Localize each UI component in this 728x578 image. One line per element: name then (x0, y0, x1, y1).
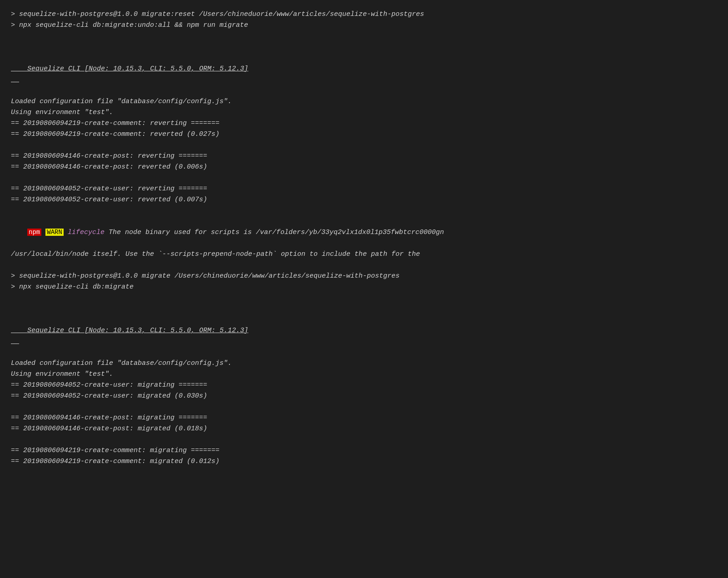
warn-text-1: The node binary used for scripts is /var… (105, 229, 444, 236)
blank-line (11, 402, 717, 413)
terminal-output: > sequelize-with-postgres@1.0.0 migrate:… (11, 9, 717, 467)
blank-line (11, 173, 717, 184)
blank-line (11, 85, 717, 96)
blank-line (11, 31, 717, 42)
migration-line-12: == 20190806094219-create-comment: migrat… (11, 456, 717, 467)
warn-badge: WARN (45, 229, 64, 236)
migration-line-2: == 20190806094219-create-comment: revert… (11, 129, 717, 140)
config-line-1: Loaded configuration file "database/conf… (11, 96, 717, 107)
migration-line-11: == 20190806094219-create-comment: migrat… (11, 445, 717, 456)
command-line-4: > npx sequelize-cli db:migrate (11, 282, 717, 293)
warn-cont-line: /usr/local/bin/node itself. Use the `--s… (11, 249, 717, 260)
config-line-2: Loaded configuration file "database/conf… (11, 358, 717, 369)
blank-line (11, 347, 717, 358)
migration-line-7: == 20190806094052-create-user: migrating… (11, 380, 717, 391)
blank-line (11, 304, 717, 314)
lifecycle-text: lifecycle (68, 229, 105, 236)
migration-line-10: == 20190806094146-create-post: migrated … (11, 424, 717, 434)
blank-line (11, 434, 717, 445)
migration-line-1: == 20190806094219-create-comment: revert… (11, 118, 717, 129)
env-line-1: Using environment "test". (11, 107, 717, 118)
migration-line-4: == 20190806094146-create-post: reverted … (11, 162, 717, 173)
npm-badge: npm (27, 229, 41, 236)
command-line-1: > sequelize-with-postgres@1.0.0 migrate:… (11, 9, 717, 20)
npm-warn-line: npm WARN lifecycle The node binary used … (11, 216, 717, 249)
migration-line-8: == 20190806094052-create-user: migrated … (11, 391, 717, 402)
env-line-2: Using environment "test". (11, 369, 717, 380)
blank-line (11, 42, 717, 53)
blank-line (11, 293, 717, 304)
blank-line (11, 260, 717, 271)
migration-line-6: == 20190806094052-create-user: reverted … (11, 194, 717, 205)
sequelize-header-2: Sequelize CLI [Node: 10.15.3, CLI: 5.5.0… (11, 314, 717, 347)
command-line-2: > npx sequelize-cli db:migrate:undo:all … (11, 20, 717, 31)
command-line-3: > sequelize-with-postgres@1.0.0 migrate … (11, 271, 717, 282)
blank-line (11, 140, 717, 151)
sequelize-header-1: Sequelize CLI [Node: 10.15.3, CLI: 5.5.0… (11, 53, 717, 85)
migration-line-5: == 20190806094052-create-user: reverting… (11, 184, 717, 194)
migration-line-3: == 20190806094146-create-post: reverting… (11, 151, 717, 162)
blank-line (11, 205, 717, 216)
migration-line-9: == 20190806094146-create-post: migrating… (11, 413, 717, 424)
